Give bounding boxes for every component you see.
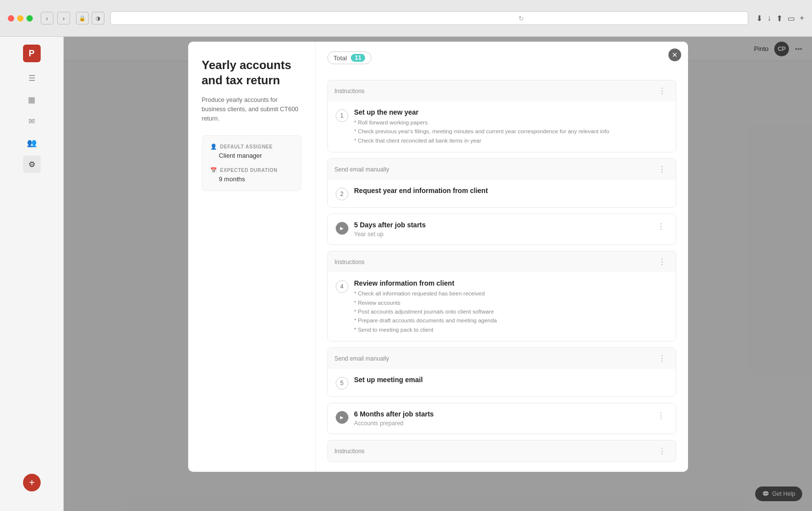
- task-content-6: 6 Months after job starts Accounts prepa…: [354, 410, 648, 427]
- task-title-2: Request year end information from client: [354, 187, 668, 195]
- app-background: P ☰ ▦ ✉ 👥 ⚙ + Pinto CP ••• ✕ Yearly acco…: [0, 37, 812, 511]
- task-content-3: 5 Days after job starts Year set up: [354, 221, 648, 238]
- sidebar-mail-icon[interactable]: ✉: [23, 112, 41, 130]
- task-detail-1: * Roll forward working papers * Check pr…: [354, 118, 668, 145]
- person-icon: 👤: [210, 144, 218, 150]
- fullscreen-traffic-light[interactable]: [26, 15, 33, 22]
- section-menu-2[interactable]: ⋮: [655, 164, 669, 175]
- traffic-lights: [8, 15, 33, 22]
- task-title-1: Set up the new year: [354, 108, 668, 116]
- app-logo: P: [23, 45, 41, 62]
- modal-right-panel: Total 11 Instructions ⋮ 1: [316, 42, 688, 472]
- task-title-4: Review information from client: [354, 279, 668, 287]
- task-title-6: 6 Months after job starts: [354, 410, 648, 418]
- sidebar-dashboard-icon[interactable]: ▦: [23, 91, 41, 108]
- section-header-2: Send email manually ⋮: [328, 159, 676, 180]
- task-5: 5 Set up meeting email: [336, 376, 668, 389]
- modal-close-button[interactable]: ✕: [668, 49, 681, 61]
- sidebar-menu-icon[interactable]: ☰: [23, 69, 41, 87]
- section-label-5: Send email manually: [335, 355, 389, 362]
- task-menu-3[interactable]: ⋮: [654, 221, 668, 232]
- calendar-icon: 📅: [210, 167, 218, 173]
- section-group-6: ▶ 6 Months after job starts Accounts pre…: [327, 403, 676, 434]
- task-1: 1 Set up the new year * Roll forward wor…: [336, 108, 668, 145]
- sidebar-settings-icon[interactable]: ⚙: [23, 155, 41, 173]
- task-number-4: 4: [336, 280, 348, 293]
- section-menu-1[interactable]: ⋮: [655, 85, 669, 97]
- section-menu-7[interactable]: ⋮: [655, 445, 669, 457]
- task-number-2: 2: [336, 188, 348, 200]
- privacy-icon-button[interactable]: 🔒: [76, 12, 89, 24]
- close-traffic-light[interactable]: [8, 15, 14, 22]
- refresh-icon: ↻: [518, 15, 524, 22]
- sidebar-add-button[interactable]: +: [23, 474, 41, 491]
- download-icon[interactable]: ↓: [767, 14, 771, 23]
- task-4: 4 Review information from client * Check…: [336, 279, 668, 334]
- modal-meta-card: 👤 DEFAULT ASSIGNEE Client manager 📅 EXPE…: [202, 135, 301, 191]
- section-group-5: Send email manually ⋮ 5 Set up meeting e…: [327, 347, 676, 397]
- assignee-label: 👤 DEFAULT ASSIGNEE: [210, 144, 293, 150]
- task-number-5: 5: [336, 377, 348, 389]
- sidebar-toggle-icon[interactable]: ▭: [787, 14, 795, 23]
- task-content-1: Set up the new year * Roll forward worki…: [354, 108, 668, 145]
- task-number-6: ▶: [336, 411, 348, 424]
- address-bar[interactable]: ↻: [110, 11, 748, 25]
- section-group-4: Instructions ⋮ 4 Review information from…: [327, 251, 676, 341]
- duration-label: 📅 EXPECTED DURATION: [210, 167, 293, 173]
- section-header-1: Instructions ⋮: [328, 80, 676, 101]
- task-6: ▶ 6 Months after job starts Accounts pre…: [336, 410, 668, 427]
- share-icon[interactable]: ⬆: [776, 14, 783, 23]
- task-menu-6[interactable]: ⋮: [654, 410, 668, 421]
- modal-title: Yearly accounts and tax return: [202, 57, 301, 88]
- section-header-4: Instructions ⋮: [328, 251, 676, 272]
- task-3-body: ▶ 5 Days after job starts Year set up ⋮: [328, 214, 676, 244]
- browser-toolbar: ⬇ ↓ ⬆ ▭ +: [756, 14, 804, 23]
- section-menu-4[interactable]: ⋮: [655, 256, 669, 268]
- section-label-1: Instructions: [335, 88, 365, 95]
- sidebar: P ☰ ▦ ✉ 👥 ⚙ +: [0, 37, 64, 511]
- browser-chrome: ‹ › 🔒 ◑ ↻ ⬇ ↓ ⬆ ▭ +: [0, 0, 812, 37]
- assignee-value: Client manager: [210, 152, 293, 159]
- new-tab-icon[interactable]: +: [800, 14, 804, 23]
- theme-toggle-button[interactable]: ◑: [92, 12, 104, 24]
- total-badge: Total 11: [327, 51, 372, 64]
- task-content-2: Request year end information from client: [354, 187, 668, 196]
- total-label: Total: [334, 54, 347, 62]
- modal-left-panel: Yearly accounts and tax return Produce y…: [188, 42, 316, 472]
- task-title-3: 5 Days after job starts: [354, 221, 648, 229]
- modal-description: Produce yearly accounts for business cli…: [202, 96, 301, 123]
- task-content-5: Set up meeting email: [354, 376, 668, 386]
- section-group-3: ▶ 5 Days after job starts Year set up ⋮: [327, 214, 676, 245]
- section-header-5: Send email manually ⋮: [328, 348, 676, 369]
- modal-overlay: ✕ Yearly accounts and tax return Produce…: [64, 37, 812, 511]
- back-button[interactable]: ‹: [41, 12, 53, 24]
- task-detail-4: * Check all information requested has be…: [354, 289, 668, 334]
- task-6-body: ▶ 6 Months after job starts Accounts pre…: [328, 403, 676, 434]
- duration-value: 9 months: [210, 175, 293, 183]
- task-subtitle-3: Year set up: [354, 231, 648, 238]
- section-menu-5[interactable]: ⋮: [655, 353, 669, 364]
- task-3: ▶ 5 Days after job starts Year set up ⋮: [336, 221, 668, 238]
- section-group-2: Send email manually ⋮ 2 Request year end…: [327, 158, 676, 208]
- total-count: 11: [351, 54, 365, 62]
- sidebar-contacts-icon[interactable]: 👥: [23, 134, 41, 151]
- section-label-2: Send email manually: [335, 166, 389, 173]
- task-4-body: 4 Review information from client * Check…: [328, 272, 676, 341]
- task-number-3: ▶: [336, 222, 348, 235]
- section-header-7: Instructions ⋮: [328, 440, 676, 462]
- section-label-7: Instructions: [335, 448, 365, 455]
- duration-section: 📅 EXPECTED DURATION 9 months: [210, 167, 293, 183]
- pocket-icon[interactable]: ⬇: [756, 14, 763, 23]
- task-2: 2 Request year end information from clie…: [336, 187, 668, 200]
- modal-body: Yearly accounts and tax return Produce y…: [188, 42, 688, 472]
- assignee-section: 👤 DEFAULT ASSIGNEE Client manager: [210, 144, 293, 159]
- task-number-1: 1: [336, 109, 348, 122]
- modal: ✕ Yearly accounts and tax return Produce…: [188, 42, 688, 472]
- task-5-body: 5 Set up meeting email: [328, 369, 676, 396]
- section-group-1: Instructions ⋮ 1 Set up the new year * R…: [327, 80, 676, 152]
- task-title-5: Set up meeting email: [354, 376, 668, 384]
- forward-button[interactable]: ›: [57, 12, 70, 24]
- minimize-traffic-light[interactable]: [17, 15, 24, 22]
- task-content-4: Review information from client * Check a…: [354, 279, 668, 334]
- task-1-body: 1 Set up the new year * Roll forward wor…: [328, 101, 676, 152]
